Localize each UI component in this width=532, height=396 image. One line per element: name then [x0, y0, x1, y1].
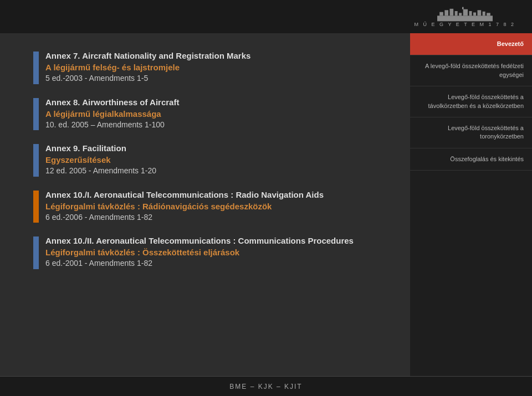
- annex7-title-hu: A légijármű felség- és lajstromjele: [45, 61, 388, 73]
- annex8-edition: 10. ed. 2005 – Amendments 1-100: [45, 120, 388, 131]
- annex10ii-block: Annex 10./II. Aeronautical Telecommunica…: [33, 235, 388, 269]
- svg-rect-10: [482, 12, 485, 16]
- sidebar-item-toronykorzetben[interactable]: Levegő-föld összeköttetés a toronykörzet…: [410, 117, 532, 148]
- sidebar-item-bevezeto[interactable]: Bevezető: [410, 33, 532, 55]
- footer-text: BME – KJK – KJIT: [229, 383, 302, 390]
- annex9-title-en: Annex 9. Facilitation: [45, 142, 388, 154]
- header: M Ű E G Y E T E M 1 7 8 2: [0, 0, 532, 33]
- sidebar-item-tavolkorzetben[interactable]: Levegő-föld összeköttetés a távolkörzetb…: [410, 86, 532, 117]
- annex10i-text: Annex 10./I. Aeronautical Telecommunicat…: [45, 189, 388, 223]
- annex8-block: Annex 8. Airworthiness of Aircraft A lég…: [33, 96, 388, 131]
- right-sidebar: Bevezető A levegő-föld összeköttetés fed…: [410, 33, 532, 376]
- svg-rect-1: [439, 12, 443, 16]
- annex8-accent: [33, 98, 39, 131]
- content-area: Annex 7. Aircraft Nationality and Regist…: [0, 33, 532, 376]
- annex10i-block: Annex 10./I. Aeronautical Telecommunicat…: [33, 189, 388, 223]
- annex10i-accent: [33, 191, 39, 223]
- annex9-text: Annex 9. Facilitation Egyszerűsítések 12…: [45, 142, 388, 177]
- svg-rect-5: [459, 13, 462, 16]
- svg-rect-11: [487, 13, 490, 16]
- svg-rect-9: [477, 10, 481, 16]
- svg-marker-13: [462, 7, 464, 8]
- annex8-title-hu: A légijármű légialkalmassága: [45, 108, 388, 120]
- sidebar-item-osszefoglalas[interactable]: Összefoglalás és kitekintés: [410, 148, 532, 171]
- annex9-accent: [33, 144, 39, 177]
- annex7-edition: 5 ed.-2003 - Amendments 1-5: [45, 73, 388, 84]
- footer: BME – KJK – KJIT: [0, 376, 532, 396]
- annex7-title-en: Annex 7. Aircraft Nationality and Regist…: [45, 50, 388, 61]
- svg-rect-0: [437, 16, 493, 21]
- svg-rect-3: [449, 9, 453, 16]
- svg-rect-7: [469, 11, 472, 16]
- annex10ii-text: Annex 10./II. Aeronautical Telecommunica…: [45, 235, 388, 269]
- left-panel: Annex 7. Aircraft Nationality and Regist…: [0, 33, 410, 376]
- svg-rect-2: [444, 10, 448, 16]
- annex7-text: Annex 7. Aircraft Nationality and Regist…: [45, 50, 388, 84]
- sidebar-item-fedélzeti[interactable]: A levegő-föld összeköttetés fedélzeti eg…: [410, 55, 532, 86]
- main-container: M Ű E G Y E T E M 1 7 8 2 Annex 7. Aircr…: [0, 0, 532, 396]
- annex10ii-title-en: Annex 10./II. Aeronautical Telecommunica…: [45, 235, 388, 246]
- annex9-block: Annex 9. Facilitation Egyszerűsítések 12…: [33, 142, 388, 177]
- annex10i-title-en: Annex 10./I. Aeronautical Telecommunicat…: [45, 189, 388, 200]
- logo-building-icon: [437, 6, 493, 22]
- logo-text: M Ű E G Y E T E M 1 7 8 2: [415, 22, 515, 27]
- annex7-block: Annex 7. Aircraft Nationality and Regist…: [33, 50, 388, 84]
- svg-rect-6: [463, 9, 467, 16]
- annex7-accent: [33, 52, 39, 84]
- svg-rect-8: [473, 13, 476, 16]
- bme-logo: M Ű E G Y E T E M 1 7 8 2: [415, 6, 515, 27]
- annex8-title-en: Annex 8. Airworthiness of Aircraft: [45, 96, 388, 108]
- annex10ii-edition: 6 ed.-2001 - Amendments 1-82: [45, 258, 388, 269]
- annex10ii-title-hu: Légiforgalmi távközlés : Összeköttetési …: [45, 246, 388, 258]
- annex9-edition: 12 ed. 2005 - Amendments 1-20: [45, 166, 388, 177]
- annex10i-edition: 6 ed.-2006 - Amendments 1-82: [45, 212, 388, 223]
- annex10i-title-hu: Légiforgalmi távközlés : Rádiónavigációs…: [45, 200, 388, 212]
- svg-rect-4: [454, 11, 457, 16]
- annex9-title-hu: Egyszerűsítések: [45, 154, 388, 166]
- annex10ii-accent: [33, 236, 39, 269]
- annex8-text: Annex 8. Airworthiness of Aircraft A lég…: [45, 96, 388, 131]
